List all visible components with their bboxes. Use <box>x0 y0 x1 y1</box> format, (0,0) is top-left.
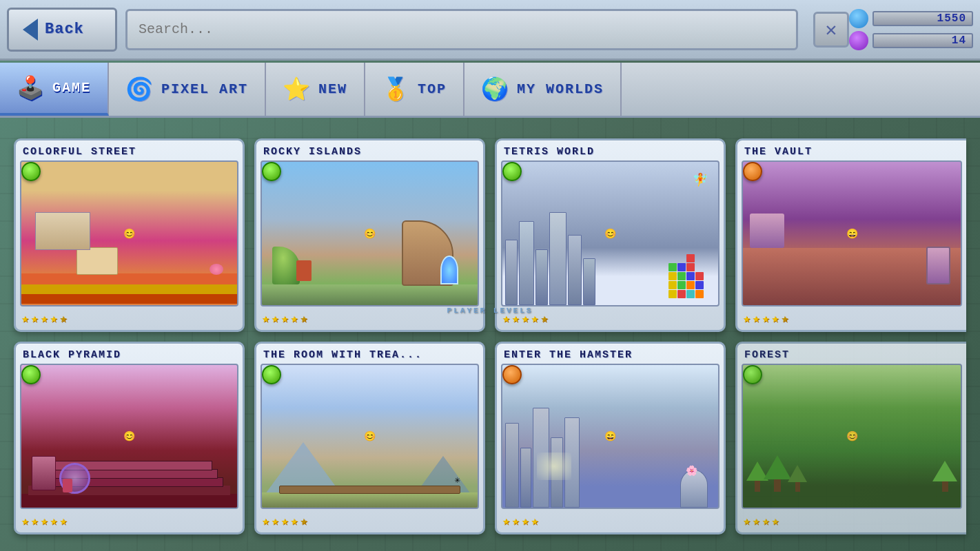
card-enter-hamster-title: ENTER THE HAMSTER <box>497 344 724 364</box>
player-ball-green-4 <box>21 365 41 384</box>
player-ball-green <box>21 162 41 181</box>
card-the-vault-title: THE VAULT <box>737 141 966 160</box>
tab-game-label: GAME <box>52 80 91 96</box>
category-tabs: 🕹️ GAME 🌀 PIXEL ART ⭐ NEW 🥇 TOP 🌍 MY WOR… <box>0 63 980 118</box>
gem-bar: 14 <box>872 33 973 48</box>
pixel-art-tab-icon: 🌀 <box>125 76 154 103</box>
card-enter-hamster[interactable]: ENTER THE HAMSTER 🌸 ★ <box>495 342 726 535</box>
player-ball-orange <box>743 162 762 181</box>
tab-game[interactable]: 🕹️ GAME <box>0 63 109 116</box>
tab-new-label: NEW <box>318 81 347 97</box>
section-divider: PLAYER LEVELS <box>0 302 980 320</box>
card-forest-preview <box>742 364 962 510</box>
search-bar <box>125 9 798 50</box>
card-black-pyramid[interactable]: BLACK PYRAMID ★ ★ ★ ★ ★ <box>14 342 245 535</box>
back-button[interactable]: Back <box>7 8 117 52</box>
card-colorful-street-preview <box>20 160 238 306</box>
card-room-treasure-title: THE ROOM WITH TREA... <box>256 344 483 364</box>
card-room-treasure-preview: ✳️ <box>261 364 479 510</box>
card-tetris-world-preview: 🧚 <box>501 160 719 306</box>
stats-area: 1550 14 <box>849 9 973 50</box>
card-forest-title: FOREST <box>737 344 966 364</box>
tab-my-worlds[interactable]: 🌍 MY WORLDS <box>465 63 622 116</box>
card-rocky-islands-title: ROCKY ISLANDS <box>256 141 483 160</box>
search-clear-button[interactable]: ✕ <box>813 12 849 48</box>
top-tab-icon: 🥇 <box>382 76 411 103</box>
game-tab-icon: 🕹️ <box>17 74 45 102</box>
card-room-treasure[interactable]: THE ROOM WITH TREA... ✳️ ★ ★ ★ ★ ★ <box>254 342 485 535</box>
tab-new[interactable]: ⭐ NEW <box>266 63 365 116</box>
gem-icon <box>849 31 868 50</box>
card-black-pyramid-stars: ★ ★ ★ ★ ★ <box>16 509 243 532</box>
gem-value: 14 <box>952 34 966 47</box>
card-forest[interactable]: FOREST <box>735 342 966 535</box>
card-colorful-street-title: COLORFUL STREET <box>16 141 243 160</box>
card-rocky-islands-preview <box>261 160 479 306</box>
card-the-vault-preview <box>742 160 962 306</box>
tab-pixel-art[interactable]: 🌀 PIXEL ART <box>109 63 266 116</box>
player-ball-green-2 <box>262 162 281 181</box>
card-black-pyramid-preview <box>20 364 238 510</box>
levels-grid: COLORFUL STREET ★ ★ ★ ★ ★ ROCKY ISLANDS <box>8 129 972 540</box>
card-black-pyramid-title: BLACK PYRAMID <box>16 344 243 364</box>
back-label: Back <box>45 21 84 38</box>
card-room-treasure-stars: ★ ★ ★ ★ ★ <box>256 509 483 532</box>
tab-top-label: TOP <box>418 81 447 97</box>
section-label-player-levels: PLAYER LEVELS <box>447 306 533 315</box>
water-value: 1550 <box>937 12 966 25</box>
tab-top[interactable]: 🥇 TOP <box>365 63 465 116</box>
tab-pixel-art-label: PIXEL ART <box>161 81 248 97</box>
card-tetris-world-title: TETRIS WORLD <box>497 141 724 160</box>
new-tab-icon: ⭐ <box>283 76 312 103</box>
tab-my-worlds-label: MY WORLDS <box>517 81 604 97</box>
card-enter-hamster-preview: 🌸 <box>501 364 719 510</box>
content-area: COLORFUL STREET ★ ★ ★ ★ ★ ROCKY ISLANDS <box>0 118 980 551</box>
water-icon <box>849 9 868 28</box>
back-arrow-icon <box>23 19 38 41</box>
card-forest-stars: ★ ★ ★ ★ <box>737 509 966 532</box>
player-ball-green-6 <box>743 365 762 384</box>
player-ball-green-3 <box>502 162 522 181</box>
card-enter-hamster-stars: ★ ★ ★ ★ <box>497 509 724 532</box>
header: Back ✕ 1550 14 <box>0 0 980 61</box>
water-bar: 1550 <box>872 11 973 26</box>
search-input[interactable] <box>139 21 785 37</box>
player-ball-green-5 <box>262 365 281 384</box>
gem-stat-row: 14 <box>849 31 973 50</box>
clear-icon: ✕ <box>826 18 837 41</box>
my-worlds-tab-icon: 🌍 <box>481 76 510 103</box>
water-stat-row: 1550 <box>849 9 973 28</box>
player-ball-orange-2 <box>502 365 522 384</box>
